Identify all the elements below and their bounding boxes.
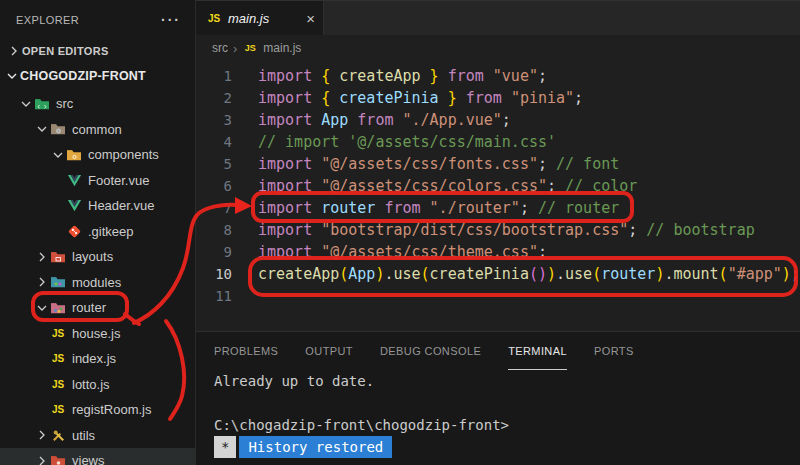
tree-item-label: Footer.vue — [88, 173, 149, 188]
terminal[interactable]: Already up to date. C:\chogadzip-front\c… — [196, 370, 800, 458]
project-root-label: CHOGODZIP-FRONT — [20, 69, 146, 83]
bottom-panel: PROBLEMSOUTPUTDEBUG CONSOLETERMINALPORTS… — [196, 331, 800, 465]
tree-item-label: layouts — [72, 249, 113, 264]
tools-icon — [50, 427, 66, 443]
code-line-8[interactable]: 8import "bootstrap/dist/css/bootstrap.cs… — [196, 219, 800, 241]
tree-item-header-vue[interactable]: Header.vue — [0, 193, 195, 219]
breadcrumb[interactable]: src › JS main.js — [196, 35, 800, 61]
code-line-1[interactable]: 1import { createApp } from "vue"; — [196, 65, 800, 87]
code-line-3[interactable]: 3import App from "./App.vue"; — [196, 109, 800, 131]
open-editors-section[interactable]: OPEN EDITORS — [0, 38, 195, 63]
folder-layouts-icon — [50, 249, 66, 265]
project-root-item[interactable]: CHOGODZIP-FRONT — [0, 63, 195, 88]
tree-item-utils[interactable]: utils — [0, 423, 195, 449]
line-content: import "@/assets/css/fonts.css"; // font — [258, 153, 619, 175]
tree-item-components[interactable]: components — [0, 142, 195, 168]
js-file-icon: JS — [242, 40, 258, 56]
tree-item--gitkeep[interactable]: .gitkeep — [0, 219, 195, 245]
tree-item-label: index.js — [72, 351, 116, 366]
file-tree: srccommoncomponentsFooter.vueHeader.vue.… — [0, 91, 195, 465]
explorer-header: EXPLORER ··· — [0, 0, 195, 38]
tree-item-label: utils — [72, 428, 95, 443]
code-line-11[interactable]: 11 — [196, 285, 800, 307]
chevron-down-icon — [4, 68, 20, 84]
panel-tab-output[interactable]: OUTPUT — [305, 345, 353, 370]
line-number: 9 — [196, 241, 246, 263]
line-content: import "@/assets/css/theme.css"; — [258, 241, 547, 263]
tree-item-layouts[interactable]: layouts — [0, 244, 195, 270]
code-editor[interactable]: 1import { createApp } from "vue";2import… — [196, 61, 800, 331]
tab-label: main.js — [228, 11, 269, 26]
vscode-window: EXPLORER ··· OPEN EDITORS CHOGODZIP-FRON… — [0, 0, 800, 465]
breadcrumb-folder[interactable]: src — [212, 41, 228, 55]
line-number: 10 — [196, 263, 246, 285]
folder-router-icon — [50, 300, 66, 316]
panel-tab-ports[interactable]: PORTS — [594, 345, 634, 370]
chevron-down-icon — [18, 96, 34, 112]
code-line-7[interactable]: 7import router from "./router"; // route… — [196, 197, 800, 219]
folder-components-icon — [66, 147, 82, 163]
tree-item-label: common — [72, 122, 122, 137]
folder-src-icon — [34, 96, 50, 112]
line-number: 2 — [196, 87, 246, 109]
line-number: 4 — [196, 131, 246, 153]
tree-item-label: router — [72, 300, 106, 315]
panel-tab-terminal[interactable]: TERMINAL — [508, 345, 567, 370]
line-content: import { createApp } from "vue"; — [258, 65, 547, 87]
tree-item-label: components — [88, 147, 159, 162]
tree-item-house-js[interactable]: JShouse.js — [0, 321, 195, 347]
tree-item-router[interactable]: router — [0, 295, 195, 321]
breadcrumb-file[interactable]: main.js — [263, 41, 301, 55]
tree-item-lotto-js[interactable]: JSlotto.js — [0, 372, 195, 398]
chevron-down-icon — [34, 300, 50, 316]
tab-main-js[interactable]: JS main.js × — [196, 1, 324, 35]
chevron-right-icon — [34, 274, 50, 290]
js-icon: JS — [50, 351, 66, 367]
line-content: import "@/assets/css/colors.css"; // col… — [258, 175, 637, 197]
terminal-status-line: *History restored — [214, 436, 800, 458]
line-content: import router from "./router"; // router — [258, 197, 619, 219]
code-line-10[interactable]: 10createApp(App).use(createPinia()).use(… — [196, 263, 800, 285]
more-actions-icon[interactable]: ··· — [161, 12, 181, 28]
js-icon: JS — [50, 376, 66, 392]
chevron-down-icon — [50, 147, 66, 163]
line-content: import App from "./App.vue"; — [258, 109, 511, 131]
tree-item-src[interactable]: src — [0, 91, 195, 117]
close-tab-icon[interactable]: × — [306, 11, 315, 26]
tree-item-footer-vue[interactable]: Footer.vue — [0, 168, 195, 194]
panel-tabs: PROBLEMSOUTPUTDEBUG CONSOLETERMINALPORTS — [196, 332, 800, 370]
terminal-output-line: Already up to date. — [214, 370, 800, 392]
tree-item-label: views — [72, 453, 105, 465]
editor-area: JS main.js × src › JS main.js 1import { … — [196, 0, 800, 465]
tree-item-index-js[interactable]: JSindex.js — [0, 346, 195, 372]
line-number: 11 — [196, 285, 246, 307]
code-line-5[interactable]: 5import "@/assets/css/fonts.css"; // fon… — [196, 153, 800, 175]
vue-icon — [66, 198, 82, 214]
folder-common-icon — [50, 121, 66, 137]
panel-tab-problems[interactable]: PROBLEMS — [214, 345, 278, 370]
code-line-6[interactable]: 6import "@/assets/css/colors.css"; // co… — [196, 175, 800, 197]
explorer-title: EXPLORER — [16, 14, 79, 26]
editor-tabbar: JS main.js × — [196, 0, 800, 35]
tree-item-registroom-js[interactable]: JSregistRoom.js — [0, 397, 195, 423]
js-icon: JS — [50, 325, 66, 341]
tree-item-views[interactable]: views — [0, 448, 195, 465]
chevron-right-icon — [34, 427, 50, 443]
chevron-right-icon — [34, 453, 50, 465]
line-number: 5 — [196, 153, 246, 175]
code-line-4[interactable]: 4// import '@/assets/css/main.css' — [196, 131, 800, 153]
chevron-down-icon — [34, 121, 50, 137]
line-content: createApp(App).use(createPinia()).use(ro… — [258, 263, 800, 285]
line-content: // import '@/assets/css/main.css' — [258, 131, 556, 153]
code-line-2[interactable]: 2import { createPinia } from "pinia"; — [196, 87, 800, 109]
tree-item-label: Header.vue — [88, 198, 155, 213]
folder-views-icon — [50, 453, 66, 465]
explorer-sidebar: EXPLORER ··· OPEN EDITORS CHOGODZIP-FRON… — [0, 0, 196, 465]
tree-item-common[interactable]: common — [0, 117, 195, 143]
tree-item-modules[interactable]: modules — [0, 270, 195, 296]
code-line-9[interactable]: 9import "@/assets/css/theme.css"; — [196, 241, 800, 263]
vue-icon — [66, 172, 82, 188]
terminal-prompt-line: C:\chogadzip-front\chogodzip-front> — [214, 414, 800, 436]
panel-tab-debug-console[interactable]: DEBUG CONSOLE — [380, 345, 481, 370]
terminal-blank-line — [214, 392, 800, 414]
